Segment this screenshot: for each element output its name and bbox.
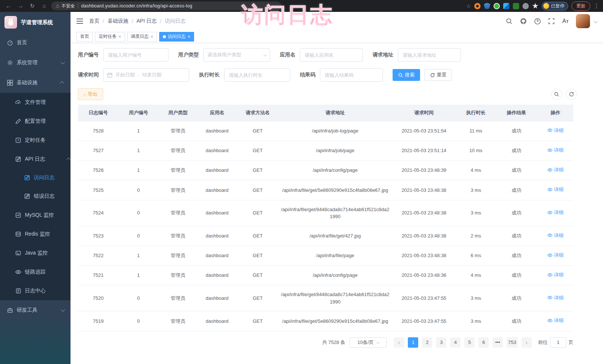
table-row[interactable]: 7521 1 管理员 dashboard GET /api/infra/conf… [78,266,573,285]
cell-result: 成功 [495,161,538,180]
sidebar-item-scheduled-jobs[interactable]: 定时任务 [0,131,71,150]
font-size-icon[interactable] [562,17,569,25]
table-row[interactable]: 7520 0 管理员 dashboard GET /api/infra/file… [78,285,573,311]
page-button-1[interactable]: 1 [408,337,418,348]
tab-close-icon[interactable]: × [187,34,190,39]
cell-method: GET [237,180,279,200]
sidebar-item-log-center[interactable]: 日志中心 [0,281,71,300]
bookmark-star-icon[interactable]: ☆ [466,3,471,9]
browser-reload-icon[interactable]: ↻ [27,1,37,10]
table-row[interactable]: 7527 1 管理员 dashboard GET /api/infra/job/… [78,141,573,160]
prev-page-button[interactable]: ‹ [394,337,404,348]
sidebar-item-dev-tools[interactable]: 研发工具 [0,300,71,320]
cell-request-url: /api/infra/job-log/page [279,121,391,141]
table-row[interactable]: 7524 0 管理员 dashboard GET /api/infra/file… [78,200,573,226]
browser-forward-icon[interactable]: → [16,1,25,10]
breadcrumb-api-log[interactable]: API 日志 [137,18,157,24]
table-row[interactable]: 7522 1 管理员 dashboard GET /api/infra/file… [78,246,573,265]
detail-link[interactable]: 详细 [547,294,564,302]
duration-input[interactable] [224,68,290,82]
result-code-input[interactable] [320,68,383,82]
app-name-input[interactable] [300,48,363,62]
table-row[interactable]: 7526 1 管理员 dashboard GET /api/infra/conf… [78,161,573,180]
next-page-button[interactable]: › [521,337,532,348]
detail-link[interactable]: 详细 [547,317,564,324]
request-url-input[interactable] [398,48,461,62]
fullscreen-icon[interactable] [548,17,555,25]
extension-icon-gray[interactable] [522,3,529,9]
sidebar-item-trace[interactable]: 链路追踪 [0,262,71,281]
cell-app-name: dashboard [197,246,236,265]
table-row[interactable]: 7528 1 管理员 dashboard GET /api/infra/job-… [78,121,573,141]
tab-access-log[interactable]: 访问日志 × [159,32,194,42]
address-bar[interactable]: ⚠ 不安全 dashboard.yudao.iocoder.cn/infra/l… [51,1,281,10]
extension-icon-white-star[interactable] [532,3,538,9]
help-icon[interactable] [534,17,541,25]
detail-link[interactable]: 详细 [547,166,564,174]
avatar-caret-icon[interactable] [594,19,598,23]
sidebar-item-access-log[interactable]: 访问日志 [0,168,71,187]
extension-icon-shield[interactable] [484,3,490,9]
page-button-753[interactable]: 753 [507,337,518,348]
header-search-icon[interactable] [505,17,513,25]
detail-link[interactable]: 详细 [547,147,564,154]
breadcrumb-infra[interactable]: 基础设施 [108,18,128,24]
extension-icon-green-grid[interactable] [513,3,519,9]
page-button-3[interactable]: 3 [436,337,446,348]
user-type-select[interactable]: 请选择用户类型 [203,48,270,62]
sidebar-item-infra[interactable]: 基础设施 [0,73,71,93]
reset-button[interactable]: 重置 [425,69,452,81]
toggle-search-button[interactable] [551,89,562,100]
cell-log-id: 7523 [78,226,118,246]
breadcrumb-home[interactable]: 首页 [89,18,99,24]
security-warning[interactable]: ⚠ 不安全 [56,3,75,9]
table-row[interactable]: 7525 0 管理员 dashboard GET /api/infra/file… [78,180,573,200]
page-button-5[interactable]: 5 [464,337,475,348]
user-avatar[interactable] [576,14,590,28]
extension-icon-green-circle[interactable] [494,3,500,9]
sidebar-item-config-manage[interactable]: 配置管理 [0,112,71,131]
tab-scheduled-jobs[interactable]: 定时任务 × [95,32,125,42]
search-button[interactable]: 搜索 [393,69,420,81]
browser-home-icon[interactable]: ⌂ [39,1,49,10]
table-row[interactable]: 7519 0 管理员 dashboard GET /api/infra/file… [78,311,573,331]
browser-menu-icon[interactable]: ⋮ [594,3,599,9]
date-range-picker[interactable]: 开始日期 - 结束日期 [103,68,189,82]
sidebar-item-error-log[interactable]: 错误日志 [0,187,71,206]
detail-link[interactable]: 详细 [547,252,564,259]
sidebar-item-api-log[interactable]: API 日志 [0,150,71,168]
tab-close-icon[interactable]: × [118,34,121,39]
github-icon[interactable] [520,17,527,25]
tab-schedule-log[interactable]: 调度日志 × [127,32,157,42]
filter-row-1: 用户编号 用户类型 请选择用户类型 应用名 请求地址 [78,48,603,62]
extension-icon-blue-puzzle[interactable] [503,3,509,9]
page-ellipsis[interactable]: ••• [492,337,503,348]
detail-link[interactable]: 详细 [547,127,564,134]
browser-back-icon[interactable]: ← [4,1,13,10]
detail-link[interactable]: 详细 [547,209,564,216]
extension-icon-orange[interactable] [474,3,481,9]
page-button-2[interactable]: 2 [422,337,432,348]
hamburger-icon[interactable] [76,19,83,24]
refresh-table-button[interactable] [566,89,577,100]
goto-page-input[interactable] [550,337,566,348]
sidebar-item-home[interactable]: 首页 [0,33,71,53]
sidebar-item-file-manage[interactable]: 文件管理 [0,93,71,112]
sidebar-item-system[interactable]: 系统管理 [0,53,71,73]
paused-badge[interactable]: 已暂停 [542,2,568,10]
tab-home[interactable]: 首页 [76,32,93,42]
detail-link[interactable]: 详细 [547,271,564,279]
detail-link[interactable]: 详细 [547,186,564,193]
browser-update-button[interactable]: 更新 [571,1,590,11]
page-size-select[interactable]: 10条/页 [350,337,387,348]
detail-link[interactable]: 详细 [547,232,564,239]
sidebar-item-java-monitor[interactable]: Java 监控 [0,243,71,262]
export-button[interactable]: ↓ 导出 [78,88,103,100]
tab-close-icon[interactable]: × [151,34,154,39]
page-button-4[interactable]: 4 [450,337,461,348]
table-row[interactable]: 7523 0 管理员 dashboard GET /api/infra/file… [78,226,573,246]
user-id-input[interactable] [103,48,168,62]
sidebar-item-mysql-monitor[interactable]: MySQL 监控 [0,206,71,224]
page-button-6[interactable]: 6 [478,337,489,348]
sidebar-item-redis-monitor[interactable]: Redis 监控 [0,224,71,243]
